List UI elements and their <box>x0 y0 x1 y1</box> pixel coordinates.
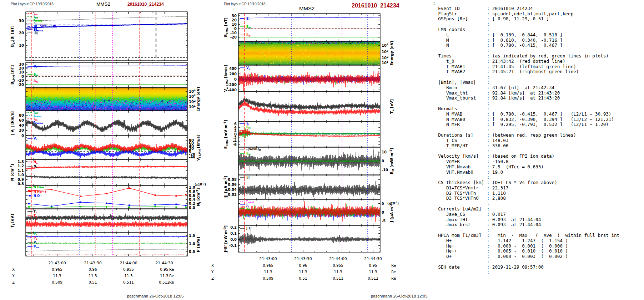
legend-item: VL <box>240 66 250 70</box>
axis-label-t-ion: Ti [eV] <box>10 214 15 228</box>
y-tick-label: 0.2 <box>189 202 195 205</box>
y-tick-label: -20 <box>17 83 24 87</box>
legend-item: N He++ <box>27 190 47 193</box>
y-tick-label: 1.0 <box>17 173 24 177</box>
axis-label-n-minor-ions: Ni [cm-3] <box>196 188 201 206</box>
y-tick-label: 0.08 <box>228 178 237 182</box>
legend-label: Ni <box>34 164 37 168</box>
legend-label: BM <box>246 25 251 29</box>
legend-item: BN <box>27 79 38 83</box>
ephemeris-value: 0.512 <box>368 276 378 280</box>
y-tick-label: 80 <box>19 113 24 117</box>
legend-label: |J| <box>246 176 250 179</box>
legend-label: N He+ <box>34 185 44 189</box>
plot-column-left: 302010tcstHTtMVABtBLminmaxBL, 50% of BLB… <box>10 12 206 284</box>
legend-label: tdvmax <box>34 120 43 124</box>
axis-label-pressure: P [nPa] <box>196 237 200 252</box>
y-tick-label: 5 <box>382 202 384 205</box>
axis-label-b-lmn: BLMN [nT] <box>10 65 15 85</box>
legend-item: VL <box>27 137 37 141</box>
y-tick-label: 10 <box>19 70 24 74</box>
y-tick-label: -6 <box>233 143 237 147</box>
time-tick-label: 21:44:00 <box>120 261 137 265</box>
ephemeris-value: 11.3 <box>89 274 97 278</box>
legend-item: T⊥ <box>27 210 38 214</box>
panel-j-magnitude: 0.080.060.040.02|J||J| [µA m-2] <box>223 175 380 199</box>
y-tick-label: 400 <box>229 67 237 71</box>
axis-label-t-electron: Te [eV] <box>389 99 395 114</box>
y-tick-label: 30 <box>19 19 24 23</box>
axis-label-v-ion-mag: | Vi | [km/s] <box>10 111 15 135</box>
ephemeris-value: 0.51 <box>299 276 307 280</box>
y-tick-label: 0.8 <box>189 189 195 193</box>
ephemeris-value: 0.96 <box>89 267 97 271</box>
ephemeris-unit: Re <box>391 270 396 274</box>
y-tick-label: -40 <box>189 155 195 159</box>
ephemeris-row-label: Y <box>211 270 214 274</box>
y-tick-label: 10 <box>19 44 24 47</box>
legend-label: VL <box>34 137 37 141</box>
ephemeris-value: 0.511 <box>123 280 134 284</box>
ephemeris-value: 0.965 <box>52 267 62 271</box>
ephemeris-value: 0.955 <box>123 267 134 271</box>
legend-item: BL <box>240 17 250 21</box>
legend-item: BN <box>240 33 251 37</box>
y-tick-label: 30 <box>232 14 237 18</box>
ephemeris-row-label: Z <box>211 276 214 280</box>
ephemeris-value: 0.509 <box>52 280 62 284</box>
legend-item: -(VexB)M <box>240 147 261 151</box>
left-plot-header: Plot Layout GP 19/10/2018 <box>11 2 54 6</box>
axis-label-j-magnitude: |J| [µA m-2] <box>223 176 228 199</box>
y-tick-label: 0 <box>382 159 384 163</box>
panel-v-ion-lmn: 806040200-20-40VLVi LMN [km/s] <box>26 134 201 161</box>
legend-item: N He+ <box>27 185 44 189</box>
panel-b-lmn: 3020100-10-20BLBMBNBLMN [nT] <box>223 14 380 41</box>
panel-n-density: 1.31.21.11.00.90.8NeNiN [cm-3] <box>10 160 187 186</box>
axis-label-b-total: BL,|B| [nT] <box>10 25 15 47</box>
y-tick-label: 0.4 <box>189 198 195 202</box>
axis-label-j-dot-e: J*E' [nW m-3] <box>223 225 228 253</box>
panel-e-lmn: 6420-2-4-6ELEMENELMN [mV m-1] <box>223 120 380 149</box>
ephemeris-value: 11.3 <box>369 270 377 274</box>
y-tick-label: 10 <box>382 150 387 154</box>
ephemeris-value: 0.95 <box>160 267 168 271</box>
left-plot-title: MMS2 <box>96 1 110 7</box>
y-tick-label: 1.1 <box>17 169 24 173</box>
y-tick-label: 103 <box>189 94 196 98</box>
middle-caption: paschmann 26-Oct-2018 12:05 <box>371 294 428 298</box>
y-tick-label: 10 <box>232 22 237 26</box>
y-tick-label: -10 <box>382 168 388 172</box>
panel-t-ion: T⊥T∥Ti [eV] <box>10 209 187 233</box>
panel-j-dot-e: 0.20.10.0-0.1J.E'J*E' [nW m-3] <box>223 225 380 253</box>
plot-column-middle: 3020100-10-20BLBMBNBLMN [nT]104103102101… <box>211 14 399 280</box>
ephemeris-row-label: Y <box>12 274 15 278</box>
ephemeris-value: 11.3 <box>160 274 168 278</box>
ephemeris-value: 0.509 <box>263 276 273 280</box>
ephemeris-value: 0.511 <box>333 276 343 280</box>
legend-label: -(VexB)M <box>246 147 261 151</box>
legend-label: Ptot <box>34 245 39 249</box>
y-tick-label: 200 <box>229 72 237 76</box>
y-tick-label: 104 <box>382 43 388 47</box>
legend-label: VL <box>246 66 250 70</box>
spectrogram-e-spectrogram <box>238 41 380 65</box>
y-tick-label: 0 <box>21 134 24 138</box>
axis-label-n-density: N [cm-3] <box>10 164 14 181</box>
y-tick-label: 0.02 <box>228 193 237 197</box>
ephemeris-unit: Re <box>391 276 396 280</box>
panel-t-electron: Te [eV] <box>238 92 395 121</box>
scale-factor-label: (x10-2) <box>195 182 206 186</box>
y-tick-label: 0.9 <box>17 178 24 182</box>
y-tick-label: 0.2 <box>230 225 237 229</box>
axis-label-b-lmn: BLMN [nT] <box>223 17 229 37</box>
y-tick-label: 0.0 <box>189 206 195 210</box>
left-caption: paschmann 26-Oct-2018 12:05 <box>127 294 184 298</box>
y-tick-label: -20 <box>230 35 237 39</box>
y-tick-label: -10 <box>17 78 24 82</box>
y-tick-label: 0 <box>234 27 237 31</box>
legend-label: |B| <box>34 31 38 35</box>
ephemeris-row-label: Z <box>12 280 15 284</box>
time-tick-label: 21:44:00 <box>329 256 347 261</box>
legend-label: BM <box>34 73 38 77</box>
ephemeris-row-label: X <box>12 267 15 271</box>
